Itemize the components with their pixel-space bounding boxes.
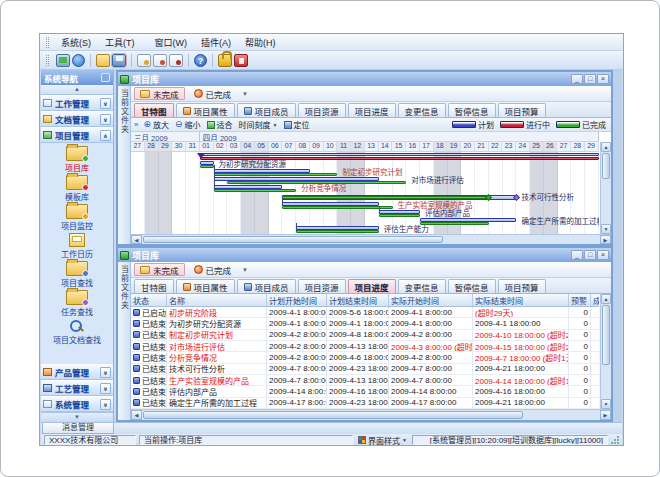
table-row[interactable]: 已结束确定生产所需的加工过程2009-4-17 8:00:002009-4-23… [131,398,599,409]
gantt-tab-2[interactable]: 项目成员 [237,103,296,117]
column-header-3[interactable]: 计划结束时间 [327,294,389,306]
table-tab-1[interactable]: 项目属性 [176,279,235,293]
scroll-thumb[interactable] [143,236,443,243]
sidebar-section-work-mgmt[interactable]: 工作管理∨ [41,95,113,111]
column-header-0[interactable]: 状态 [131,294,167,306]
chevron-down-icon[interactable]: ∨ [100,114,111,125]
gantt-viewtab-finished[interactable]: 已完成 [188,87,238,100]
sidebar-item-project-monitor[interactable]: 项目监控 [41,203,113,231]
gantt-viewtab-unfinished[interactable]: 未完成 [134,87,185,100]
table-row[interactable]: 已结束对市场进行评估2009-4-2 8:00:002009-4-13 18:0… [131,341,599,352]
pin-icon[interactable] [101,73,110,82]
minimize-button[interactable]: _ [571,250,583,260]
sidebar-item-work-calendar[interactable]: 工作日历 [41,232,113,259]
gantt-tab-5[interactable]: 变更信息 [398,103,446,117]
table-row[interactable]: 已结束为初步研究分配资源2009-4-1 8:00:002009-4-1 18:… [131,318,599,329]
scroll-thumb[interactable] [602,153,610,179]
sidebar-section-process-mgmt[interactable]: 工艺管理∨ [41,380,113,396]
sidebar-overflow-button[interactable]: ▼ [41,412,113,422]
column-header-7[interactable]: 成 [591,294,599,306]
scroll-up-arrow[interactable]: ▲ [601,142,611,152]
menu-item-window[interactable]: 窗口(W) [148,37,195,49]
scroll-right-arrow[interactable]: ▶ [600,235,611,244]
column-header-2[interactable]: 计划开始时间 [267,294,327,306]
gantt-tab-4[interactable]: 项目进度 [348,103,396,117]
gantt-tool-time-scale[interactable]: 时间刻度▼ [239,119,278,130]
gantt-tab-7[interactable]: 项目预算 [498,103,546,117]
table-row[interactable]: 已启动初步研究阶段2009-4-1 8:00:002009-5-6 18:00:… [131,307,599,318]
table-row[interactable]: 已结束生产实验室规模的产品2009-4-7 8:00:002009-4-13 1… [131,375,599,386]
viewtabs-overflow-icon[interactable]: ▼ [242,267,248,273]
table-tab-7[interactable]: 项目预算 [498,279,546,293]
scroll-thumb[interactable] [602,305,610,365]
table-window-titlebar[interactable]: 项目库 _ □ × [118,248,611,262]
minimize-button[interactable]: _ [571,74,583,84]
table-tab-5[interactable]: 变更信息 [398,279,446,293]
table-tab-6[interactable]: 暂停信息 [448,279,496,293]
message-mgmt-tab[interactable]: 消息管理 [42,423,114,434]
table-row[interactable]: 已结束技术可行性分析2009-4-7 8:00:002009-4-23 18:0… [131,364,599,375]
sidebar-section-product-mgmt[interactable]: 产品管理∨ [41,364,113,380]
scroll-left-arrow[interactable]: ◀ [131,410,142,420]
column-header-6[interactable]: 预警 [569,294,591,306]
chevron-down-icon[interactable]: ∨ [100,98,111,109]
scroll-up-arrow[interactable]: ▲ [601,294,611,304]
table-viewtab-finished[interactable]: 已完成 [188,263,238,276]
monitor-icon[interactable] [56,54,70,67]
table-horizontal-scrollbar[interactable]: ◀ ▶ [131,409,611,420]
menu-item-plugins[interactable]: 插件(A) [194,37,238,49]
current-folder-strip[interactable]: 当前文件夹 [118,86,131,244]
toolbar-overflow-icon[interactable]: » [134,120,138,129]
column-header-1[interactable]: 名称 [167,294,267,306]
chevron-down-icon[interactable]: ∨ [100,383,111,394]
close-button[interactable]: × [597,250,609,260]
table-vertical-scrollbar[interactable]: ▲ ▼ [600,294,611,409]
sidebar-item-project-library[interactable]: 项目库 [41,145,113,173]
column-header-4[interactable]: 实际开始时间 [389,294,473,306]
chevron-down-icon[interactable]: ∨ [100,399,111,410]
current-folder-strip[interactable]: 当前文件夹 [118,262,131,420]
scroll-left-arrow[interactable]: ◀ [131,235,142,244]
globe-icon[interactable] [72,54,85,67]
column-header-5[interactable]: 实际结束时间 [473,294,569,306]
gantt-tab-3[interactable]: 项目资源 [298,103,346,117]
sidebar-item-task-search[interactable]: 任务查找 [41,289,113,317]
doc-new-icon[interactable] [137,54,151,67]
table-tab-3[interactable]: 项目资源 [298,279,346,293]
menu-item-tools[interactable]: 工具(T) [98,37,142,49]
table-row[interactable]: 已结束分析竞争情况2009-4-2 8:00:002009-4-6 18:00:… [131,352,599,363]
gantt-vertical-scrollbar[interactable]: ▲ ▼ [600,142,611,234]
resize-grip[interactable] [611,436,619,444]
sidebar-item-project-doc-search[interactable]: 项目文档查找 [41,318,113,345]
gantt-tool-zoom-out[interactable]: ⊖缩小 [175,119,201,130]
exit-icon[interactable] [234,54,248,67]
scroll-down-arrow[interactable]: ▼ [601,224,611,234]
gantt-window-titlebar[interactable]: 项目库 _ □ × [118,72,611,86]
gantt-horizontal-scrollbar[interactable]: ◀ ▶ [131,234,611,244]
scroll-right-arrow[interactable]: ▶ [600,410,611,420]
chevron-down-icon[interactable]: ∨ [100,367,111,378]
chevron-up-icon[interactable]: ∧ [100,130,111,141]
close-button[interactable]: × [597,74,609,84]
gantt-tool-zoom-in[interactable]: ⊕放大 [143,119,169,130]
doc-delete-icon[interactable] [169,54,183,67]
scroll-thumb[interactable] [143,411,523,419]
menu-item-help[interactable]: 帮助(H) [238,37,283,49]
maximize-button[interactable]: □ [584,250,596,260]
viewtabs-overflow-icon[interactable]: ▼ [242,91,248,97]
table-tab-2[interactable]: 项目成员 [237,279,296,293]
sidebar-item-template-library[interactable]: 模板库 [41,174,113,202]
save-icon[interactable] [112,54,126,67]
interface-style-button[interactable]: 界面样式 ▼ [356,435,409,446]
maximize-button[interactable]: □ [584,74,596,84]
table-tab-4[interactable]: 项目进度 [348,279,396,293]
table-tab-0[interactable]: 甘特图 [134,279,174,293]
lock-icon[interactable] [218,54,232,67]
folder-icon[interactable] [96,54,110,67]
sidebar-item-project-search[interactable]: 项目查找 [41,260,113,288]
gantt-tab-0[interactable]: 甘特图 [134,103,174,117]
doc-edit-icon[interactable] [153,54,167,67]
gantt-tool-locate[interactable]: 定位 [284,119,310,130]
table-row[interactable]: 已结束制定初步研究计划2009-4-2 8:00:002009-4-8 18:0… [131,330,599,341]
table-viewtab-unfinished[interactable]: 未完成 [134,263,185,276]
